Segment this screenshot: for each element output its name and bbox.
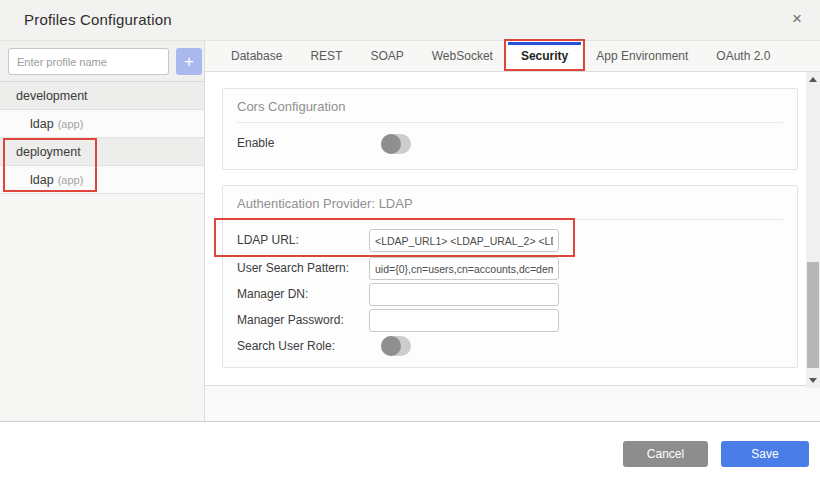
user-search-pattern-input[interactable] — [369, 257, 559, 280]
toggle-knob — [381, 336, 401, 356]
profile-settings-panel: Database REST SOAP WebSocket Security Ap… — [205, 41, 820, 421]
tab-panel-footer — [205, 385, 820, 421]
sidebar-item-deployment[interactable]: deployment — [0, 138, 204, 166]
field-row-enable: Enable — [237, 133, 783, 156]
manager-dn-label: Manager DN: — [237, 283, 308, 306]
field-row-manager-dn: Manager DN: — [237, 283, 783, 306]
field-row-ldap-url: LDAP URL: — [237, 229, 783, 252]
tab-rest[interactable]: REST — [296, 41, 356, 71]
profile-add-bar: + — [0, 41, 204, 82]
search-user-role-label: Search User Role: — [237, 335, 335, 358]
triangle-down-icon — [809, 378, 817, 383]
field-row-manager-password: Manager Password: — [237, 309, 783, 332]
dialog-bottom-border — [0, 421, 820, 422]
profile-label: ldap — [30, 117, 54, 131]
profile-list: development ldap(app) deployment ldap(ap… — [0, 82, 204, 194]
cancel-button[interactable]: Cancel — [623, 441, 708, 467]
toggle-knob — [381, 134, 401, 154]
tab-oauth[interactable]: OAuth 2.0 — [702, 41, 784, 71]
dialog-titlebar: Profiles Configuration × — [0, 0, 820, 41]
triangle-up-icon — [809, 77, 817, 82]
search-user-role-toggle[interactable] — [381, 336, 411, 356]
profiles-sidebar: + development ldap(app) deployment ldap(… — [0, 41, 205, 421]
save-button[interactable]: Save — [721, 441, 809, 467]
tab-soap[interactable]: SOAP — [356, 41, 417, 71]
close-icon[interactable]: × — [787, 9, 807, 29]
enable-label: Enable — [237, 133, 274, 153]
add-profile-button[interactable]: + — [176, 48, 202, 75]
scrollbar-thumb[interactable] — [807, 262, 819, 368]
tab-app-environment[interactable]: App Environment — [582, 41, 702, 71]
field-row-search-user-role: Search User Role: — [237, 335, 783, 358]
profile-name-input[interactable] — [8, 48, 169, 75]
section-divider — [237, 122, 783, 123]
tab-websocket[interactable]: WebSocket — [418, 41, 507, 71]
profile-label: deployment — [16, 145, 81, 159]
scroll-up-icon[interactable] — [806, 74, 820, 86]
tab-security[interactable]: Security — [507, 41, 582, 71]
scroll-down-icon[interactable] — [806, 374, 820, 386]
ldap-url-label: LDAP URL: — [237, 229, 299, 252]
ldap-url-input[interactable] — [369, 229, 559, 252]
sidebar-item-ldap-deployment[interactable]: ldap(app) — [0, 166, 204, 194]
user-search-pattern-label: User Search Pattern: — [237, 257, 349, 280]
tab-security-label: Security — [521, 49, 568, 63]
profile-label: ldap — [30, 173, 54, 187]
cors-configuration-card: Cors Configuration Enable — [222, 88, 798, 170]
authentication-provider-card: Authentication Provider: LDAP LDAP URL: … — [222, 185, 798, 368]
manager-password-label: Manager Password: — [237, 309, 344, 332]
settings-tab-bar: Database REST SOAP WebSocket Security Ap… — [205, 41, 820, 72]
section-divider — [237, 219, 783, 220]
sidebar-item-development[interactable]: development — [0, 82, 204, 110]
security-tab-content: Cors Configuration Enable Authentication… — [205, 72, 820, 385]
cors-section-title: Cors Configuration — [223, 89, 797, 114]
profile-label: development — [16, 89, 88, 103]
manager-password-input[interactable] — [369, 309, 559, 332]
vertical-scrollbar[interactable] — [806, 72, 820, 388]
cors-enable-toggle[interactable] — [381, 134, 411, 154]
profiles-configuration-dialog: Profiles Configuration × + development l… — [0, 0, 820, 480]
active-tab-indicator — [508, 42, 581, 45]
profile-suffix: (app) — [58, 118, 84, 130]
dialog-title: Profiles Configuration — [24, 11, 172, 28]
tab-database[interactable]: Database — [217, 41, 296, 71]
manager-dn-input[interactable] — [369, 283, 559, 306]
dialog-actions: Cancel Save — [623, 441, 809, 467]
profile-suffix: (app) — [58, 174, 84, 186]
field-row-user-search-pattern: User Search Pattern: — [237, 257, 783, 280]
auth-section-title: Authentication Provider: LDAP — [223, 186, 797, 211]
sidebar-item-ldap-development[interactable]: ldap(app) — [0, 110, 204, 138]
